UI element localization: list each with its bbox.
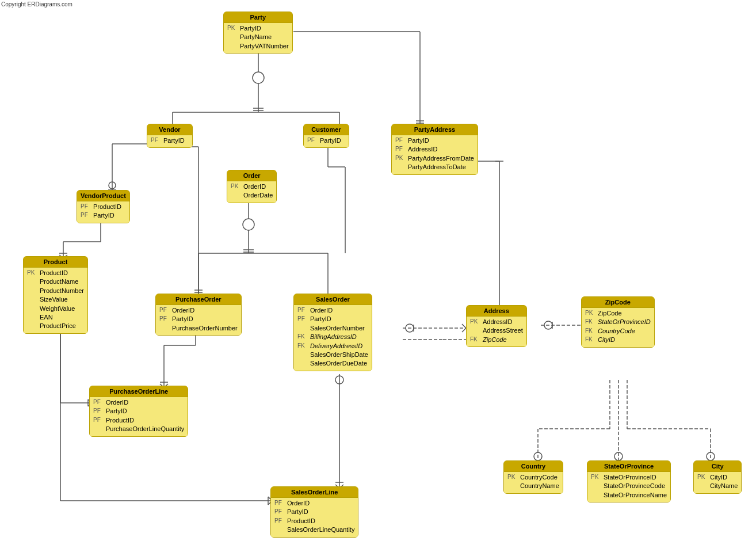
attr-name: SalesOrderDueDate: [310, 359, 367, 368]
attr-key: [395, 163, 406, 172]
attr-name: CountryName: [520, 482, 559, 490]
entity-stateorprovince: StateOrProvincePKStateOrProvinceIDStateO…: [587, 460, 671, 502]
entity-row: StateOrProvinceName: [591, 491, 667, 500]
attr-name: DeliveryAddressID: [310, 342, 362, 351]
attr-key: [697, 482, 708, 490]
attr-name: AddressID: [483, 318, 512, 326]
attr-name: ProductName: [40, 277, 78, 286]
entity-row: ProductNumber: [27, 287, 84, 295]
attr-key: PF: [307, 136, 318, 145]
entity-row: PFProductID: [93, 416, 184, 425]
attr-key: PF: [297, 315, 308, 323]
attr-name: CityName: [710, 482, 738, 490]
attr-name: ZipCode: [598, 309, 622, 318]
entity-city: CityPKCityIDCityName: [693, 460, 742, 494]
entity-address: AddressPKAddressIDAddressStreetFKZipCode: [466, 305, 527, 347]
entity-row: PKProductID: [27, 269, 84, 277]
entity-row: PFOrderID: [274, 499, 354, 508]
attr-name: ProductID: [93, 203, 121, 211]
entity-title-city: City: [694, 461, 741, 472]
attr-name: CountryCode: [598, 327, 635, 336]
entity-title-salesorderline: SalesOrderLine: [271, 487, 358, 498]
attr-key: PF: [159, 306, 170, 315]
entity-title-order: Order: [227, 170, 276, 181]
attr-key: PK: [395, 154, 406, 163]
attr-name: OrderID: [287, 499, 310, 508]
svg-line-63: [462, 328, 466, 332]
attr-name: SizeValue: [40, 295, 68, 304]
attr-key: [27, 304, 37, 313]
attr-key: [591, 482, 601, 490]
entity-row: PFProductID: [274, 517, 354, 525]
attr-name: PurchaseOrderLineQuantity: [106, 425, 184, 433]
entity-row: FKStateOrProvinceID: [585, 318, 651, 326]
attr-name: StateOrProvinceCode: [604, 482, 665, 490]
entity-row: SalesOrderShipDate: [297, 351, 368, 359]
entity-row: CountryName: [507, 482, 559, 490]
entity-row: FKDeliveryAddressID: [297, 342, 368, 351]
entity-row: FKBillingAddressID: [297, 333, 368, 341]
attr-key: FK: [585, 327, 595, 336]
attr-key: PF: [81, 203, 91, 211]
entity-title-partyaddress: PartyAddress: [392, 124, 478, 135]
entity-title-vendor: Vendor: [147, 124, 192, 135]
entity-body-party: PKPartyIDPartyNamePartyVATNumber: [224, 23, 292, 53]
attr-name: AddressStreet: [483, 326, 523, 335]
entity-body-purchaseorderline: PFOrderIDPFPartyIDPFProductIDPurchaseOrd…: [90, 397, 188, 436]
entity-body-salesorderline: PFOrderIDPFPartyIDPFProductIDSalesOrderL…: [271, 498, 358, 537]
attr-key: PK: [697, 473, 708, 482]
entity-row: WeightValue: [27, 304, 84, 313]
entity-row: SalesOrderDueDate: [297, 359, 368, 368]
entity-country: CountryPKCountryCodeCountryName: [503, 460, 563, 494]
attr-name: ProductNumber: [40, 287, 84, 295]
attr-name: OrderDate: [243, 191, 273, 200]
entity-row: EAN: [27, 313, 84, 322]
attr-name: SalesOrderNumber: [310, 324, 365, 333]
attr-name: PartyID: [320, 136, 341, 145]
entity-row: PKPartyAddressFromDate: [395, 154, 474, 163]
entity-row: SizeValue: [27, 295, 84, 304]
attr-name: PartyAddressFromDate: [408, 154, 474, 163]
attr-name: OrderID: [172, 306, 194, 315]
attr-key: PF: [93, 398, 104, 407]
svg-point-0: [253, 72, 264, 83]
entity-body-purchaseorder: PFOrderIDPFPartyIDPurchaseOrderNumber: [156, 305, 241, 335]
entity-partyaddress: PartyAddressPFPartyIDPFAddressIDPKPartyA…: [391, 124, 478, 175]
entity-row: PFPartyID: [93, 407, 184, 416]
entity-row: FKZipCode: [470, 336, 523, 344]
entity-row: SalesOrderNumber: [297, 324, 368, 333]
entity-body-city: PKCityIDCityName: [694, 472, 741, 493]
entity-title-party: Party: [224, 12, 292, 23]
attr-name: PartyID: [310, 315, 331, 323]
attr-name: PartyID: [172, 315, 193, 323]
entity-body-product: PKProductIDProductNameProductNumberSizeV…: [24, 268, 87, 333]
entity-title-country: Country: [504, 461, 563, 472]
entity-row: FKCountryCode: [585, 327, 651, 336]
attr-name: PartyID: [93, 211, 114, 220]
attr-name: BillingAddressID: [310, 333, 357, 341]
attr-name: CityID: [598, 336, 615, 344]
entity-customer: CustomerPFPartyID: [303, 124, 349, 148]
attr-key: [27, 295, 37, 304]
attr-key: PF: [274, 517, 285, 525]
entity-row: PKZipCode: [585, 309, 651, 318]
entity-row: PFPartyID: [81, 211, 126, 220]
entity-body-stateorprovince: PKStateOrProvinceIDStateOrProvinceCodeSt…: [587, 472, 670, 502]
entity-row: PFPartyID: [395, 136, 474, 145]
entity-row: SalesOrderLineQuantity: [274, 525, 354, 534]
entity-title-purchaseorder: PurchaseOrder: [156, 294, 241, 305]
attr-name: ProductPrice: [40, 322, 76, 330]
attr-name: ZipCode: [483, 336, 507, 344]
attr-name: ProductID: [40, 269, 68, 277]
entity-body-zipcode: PKZipCodeFKStateOrProvinceIDFKCountryCod…: [582, 308, 654, 347]
attr-name: CountryCode: [520, 473, 558, 482]
attr-name: StateOrProvinceID: [604, 473, 656, 482]
entity-zipcode: ZipCodePKZipCodeFKStateOrProvinceIDFKCou…: [581, 296, 655, 348]
attr-name: PartyVATNumber: [240, 42, 289, 51]
attr-name: PartyID: [287, 508, 308, 516]
entity-row: CityName: [697, 482, 738, 490]
attr-key: PF: [395, 145, 406, 154]
entity-salesorderline: SalesOrderLinePFOrderIDPFPartyIDPFProduc…: [270, 486, 358, 538]
attr-name: StateOrProvinceID: [598, 318, 651, 326]
attr-key: [297, 324, 308, 333]
